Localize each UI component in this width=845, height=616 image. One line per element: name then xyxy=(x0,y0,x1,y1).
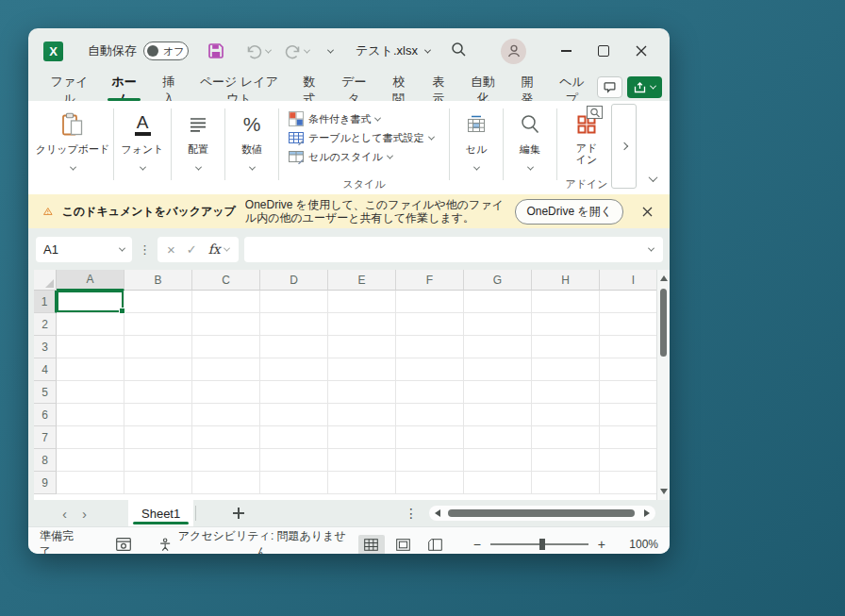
ribbon-tab[interactable]: ページ レイアウト xyxy=(189,74,290,101)
cell-H7[interactable] xyxy=(532,426,600,449)
cell-D6[interactable] xyxy=(260,404,328,426)
cell-G3[interactable] xyxy=(464,336,532,358)
row-header[interactable]: 3 xyxy=(34,336,57,358)
close-button[interactable] xyxy=(622,35,660,67)
ribbon-tab[interactable]: ホーム xyxy=(99,74,149,101)
cell-A1[interactable] xyxy=(57,291,124,313)
cell-E7[interactable] xyxy=(328,426,396,449)
next-sheet-button[interactable]: › xyxy=(75,507,94,521)
horizontal-scrollbar[interactable] xyxy=(429,506,655,521)
row-header[interactable]: 5 xyxy=(34,381,57,404)
cell-I3[interactable] xyxy=(600,336,656,358)
sheet-tab-sheet1[interactable]: Sheet1 xyxy=(128,500,193,526)
zoom-slider[interactable] xyxy=(490,543,588,545)
formula-bar-handle-icon[interactable]: ⋮ xyxy=(132,242,157,257)
cell-F1[interactable] xyxy=(396,291,464,313)
cell-I9[interactable] xyxy=(600,472,656,494)
scroll-left-icon[interactable] xyxy=(435,509,440,517)
autosave-toggle[interactable]: オフ xyxy=(143,42,189,60)
column-header[interactable]: C xyxy=(192,270,260,291)
column-header[interactable]: A xyxy=(57,270,124,291)
cell-C7[interactable] xyxy=(192,426,260,449)
collapse-ribbon-button[interactable] xyxy=(646,167,660,189)
row-header[interactable]: 4 xyxy=(34,358,57,381)
cell-G4[interactable] xyxy=(464,358,532,381)
column-header[interactable]: I xyxy=(600,270,656,291)
normal-view-button[interactable] xyxy=(358,535,385,555)
formula-input[interactable] xyxy=(244,237,663,262)
vertical-scroll-thumb[interactable] xyxy=(660,289,667,357)
page-break-preview-button[interactable] xyxy=(422,535,449,555)
cell-A8[interactable] xyxy=(57,449,124,472)
cell-B4[interactable] xyxy=(124,358,192,381)
ribbon-tab[interactable]: ファイル xyxy=(40,74,99,101)
cell-F9[interactable] xyxy=(396,472,464,494)
quick-access-overflow-button[interactable] xyxy=(323,45,339,58)
row-header[interactable]: 1 xyxy=(34,291,57,313)
cell-H1[interactable] xyxy=(532,291,600,313)
cell-C4[interactable] xyxy=(192,358,260,381)
cell-D3[interactable] xyxy=(260,336,328,358)
ribbon-tab[interactable]: 表示 xyxy=(419,74,458,101)
enter-icon[interactable]: ✓ xyxy=(187,242,197,257)
row-header[interactable]: 2 xyxy=(34,313,57,336)
search-button[interactable] xyxy=(441,36,476,66)
column-header[interactable]: E xyxy=(328,270,396,291)
cell-E3[interactable] xyxy=(328,336,396,358)
cell-C2[interactable] xyxy=(192,313,260,336)
cell-B1[interactable] xyxy=(124,291,192,313)
account-avatar[interactable] xyxy=(501,39,526,64)
cell-H2[interactable] xyxy=(532,313,600,336)
cell-H6[interactable] xyxy=(532,404,600,426)
cell-I2[interactable] xyxy=(600,313,656,336)
worksheet-grid[interactable]: ABCDEFGHI 123456789 xyxy=(34,270,656,500)
cancel-icon[interactable]: × xyxy=(167,241,175,258)
cell-styles-button[interactable]: セルのスタイル xyxy=(289,147,392,166)
autosave-control[interactable]: 自動保存 オフ xyxy=(88,42,189,60)
sheet-options-button[interactable]: ⋮ xyxy=(395,506,427,521)
ribbon-tab[interactable]: 開発 xyxy=(507,74,547,101)
cell-B9[interactable] xyxy=(124,472,192,494)
open-onedrive-button[interactable]: OneDrive を開く xyxy=(515,199,623,225)
cell-B5[interactable] xyxy=(124,381,192,404)
ribbon-overflow-button[interactable] xyxy=(611,104,637,189)
document-title[interactable]: テスト.xlsx xyxy=(356,42,430,59)
horizontal-scroll-thumb[interactable] xyxy=(448,509,635,517)
vertical-scrollbar[interactable] xyxy=(656,270,670,500)
cell-E8[interactable] xyxy=(328,449,396,472)
cell-F5[interactable] xyxy=(396,381,464,404)
cell-H5[interactable] xyxy=(532,381,600,404)
insert-function-button[interactable]: fx xyxy=(208,241,229,257)
row-header[interactable]: 9 xyxy=(34,472,57,494)
row-header[interactable]: 8 xyxy=(34,449,57,472)
cell-F7[interactable] xyxy=(396,426,464,449)
cell-H8[interactable] xyxy=(532,449,600,472)
cell-E5[interactable] xyxy=(328,381,396,404)
cell-B8[interactable] xyxy=(124,449,192,472)
cell-F8[interactable] xyxy=(396,449,464,472)
cell-D9[interactable] xyxy=(260,472,328,494)
cell-B2[interactable] xyxy=(124,313,192,336)
format-as-table-button[interactable]: テーブルとして書式設定 xyxy=(289,128,434,147)
cell-D5[interactable] xyxy=(260,381,328,404)
cell-E2[interactable] xyxy=(328,313,396,336)
cell-A3[interactable] xyxy=(57,336,124,358)
share-button[interactable] xyxy=(627,76,662,98)
cell-A7[interactable] xyxy=(57,426,124,449)
ribbon-tab[interactable]: 自動化 xyxy=(458,74,507,101)
row-header[interactable]: 6 xyxy=(34,404,57,426)
cell-C3[interactable] xyxy=(192,336,260,358)
cell-B3[interactable] xyxy=(124,336,192,358)
column-header[interactable]: H xyxy=(532,270,600,291)
editing-group-button[interactable]: 編集 xyxy=(505,101,555,194)
ribbon-tab[interactable]: 挿入 xyxy=(149,74,189,101)
maximize-button[interactable] xyxy=(585,35,622,67)
zoom-out-button[interactable]: − xyxy=(468,537,487,552)
cell-D4[interactable] xyxy=(260,358,328,381)
cell-C8[interactable] xyxy=(192,449,260,472)
cell-B7[interactable] xyxy=(124,426,192,449)
select-all-corner[interactable] xyxy=(34,270,57,291)
cell-G9[interactable] xyxy=(464,472,532,494)
cell-A2[interactable] xyxy=(57,313,124,336)
ribbon-tab[interactable]: 数式 xyxy=(290,74,329,101)
